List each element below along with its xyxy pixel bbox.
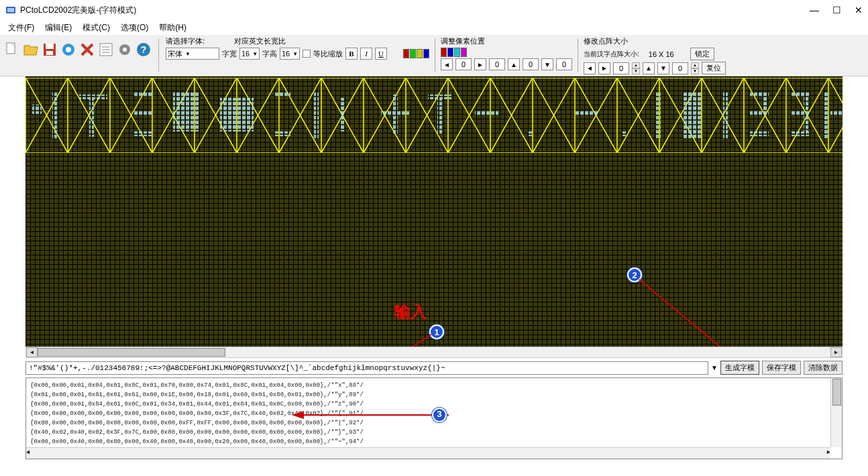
maximize-button[interactable]: ☐ bbox=[832, 5, 841, 15]
scroll-left-button[interactable]: ◄ bbox=[26, 347, 38, 357]
tool4-icon[interactable] bbox=[59, 40, 78, 59]
svg-rect-39 bbox=[437, 95, 442, 135]
arrow-3 bbox=[288, 408, 452, 422]
svg-rect-32 bbox=[274, 91, 290, 96]
dot-n1[interactable]: 0 bbox=[613, 62, 629, 74]
svg-rect-28 bbox=[133, 111, 152, 116]
gear-icon[interactable] bbox=[115, 40, 134, 59]
output-hscroll[interactable]: ◄ ► bbox=[26, 447, 830, 459]
menu-help[interactable]: 帮助(H) bbox=[155, 22, 191, 34]
output-line: {0x00,0x00,0x01,0x84,0x01,0x0C,0x01,0x34… bbox=[30, 400, 838, 409]
text-input[interactable] bbox=[25, 361, 708, 375]
scale-checkbox[interactable] bbox=[303, 50, 311, 58]
output-line: {0x00,0x00,0x40,0x00,0x80,0x00,0x40,0x00… bbox=[30, 437, 838, 447]
svg-rect-54 bbox=[804, 111, 808, 135]
svg-rect-31 bbox=[220, 98, 254, 131]
svg-rect-43 bbox=[622, 131, 627, 136]
svg-rect-24 bbox=[52, 91, 57, 138]
svg-rect-26 bbox=[89, 95, 94, 137]
ratio-label: 对应英文长宽比 bbox=[234, 36, 286, 46]
width-label: 字宽 bbox=[222, 49, 237, 59]
list-icon[interactable] bbox=[97, 40, 115, 59]
delete-icon[interactable] bbox=[78, 40, 97, 59]
svg-rect-34 bbox=[314, 91, 319, 138]
dot-left-button[interactable]: ◄ bbox=[584, 62, 596, 74]
output-vscroll[interactable] bbox=[830, 378, 842, 447]
dot-size-value: 16 X 16 bbox=[649, 50, 674, 58]
svg-rect-44 bbox=[656, 91, 661, 138]
offset-down[interactable]: 0 bbox=[556, 58, 572, 70]
color-green[interactable] bbox=[410, 49, 416, 58]
menu-options[interactable]: 选项(O) bbox=[117, 22, 152, 34]
menu-edit[interactable]: 编辑(E) bbox=[41, 22, 76, 34]
height-label: 字高 bbox=[262, 49, 277, 59]
badge-3: 3 bbox=[432, 408, 447, 422]
svg-rect-48 bbox=[763, 91, 768, 115]
help-icon[interactable]: ? bbox=[134, 40, 153, 59]
font-select-label: 请选择字体: bbox=[166, 36, 205, 46]
scroll-thumb[interactable] bbox=[38, 348, 225, 357]
scale-label: 等比缩放 bbox=[313, 49, 343, 59]
menu-file[interactable]: 文件(F) bbox=[4, 22, 38, 34]
move-left-button[interactable]: ◄ bbox=[441, 58, 453, 70]
titlebar: PCtoLCD2002完美版-(字符模式) — ☐ ✕ bbox=[0, 0, 868, 20]
dot-n1-spinner[interactable]: ▲▼ bbox=[632, 62, 640, 74]
arrow-2 bbox=[636, 276, 747, 358]
toolbar: ? 请选择字体: 对应英文长宽比 宋体▼ 字宽 16▼ 字高 16▼ 等比缩放 … bbox=[0, 35, 868, 76]
dot-down-button[interactable]: ▼ bbox=[657, 62, 669, 74]
italic-button[interactable]: I bbox=[360, 48, 372, 60]
scroll-right-button[interactable]: ► bbox=[830, 347, 842, 357]
svg-rect-30 bbox=[173, 91, 200, 131]
new-icon[interactable] bbox=[3, 40, 21, 59]
move-up-button[interactable]: ▲ bbox=[508, 58, 520, 70]
dot-n2-spinner[interactable]: ▲▼ bbox=[691, 62, 699, 74]
window-title: PCtoLCD2002完美版-(字符模式) bbox=[20, 5, 136, 16]
svg-rect-50 bbox=[750, 131, 769, 136]
pixel-adjust-label: 调整像素位置 bbox=[441, 36, 572, 46]
offset-left[interactable]: 0 bbox=[455, 58, 472, 70]
svg-rect-45 bbox=[683, 91, 702, 138]
generate-button[interactable]: 生成字模 bbox=[720, 361, 759, 375]
svg-rect-33 bbox=[274, 131, 290, 136]
preview-area: 输入 1 2 ◄ ► bbox=[0, 76, 868, 358]
dot-n2[interactable]: 0 bbox=[672, 62, 688, 74]
pixel-color-palette bbox=[441, 48, 467, 57]
svg-rect-27 bbox=[133, 91, 152, 96]
svg-rect-49 bbox=[750, 111, 769, 116]
dot-sub-label: 当前汉字点阵大小: bbox=[584, 50, 639, 59]
lock-button[interactable]: 锁定 bbox=[690, 48, 714, 60]
font-width-select[interactable]: 16▼ bbox=[239, 48, 260, 60]
output-area: {0x00,0x00,0x01,0x04,0x01,0x8C,0x01,0x70… bbox=[25, 377, 843, 459]
bold-button[interactable]: B bbox=[345, 48, 358, 60]
annotation-input-label: 输入 bbox=[394, 301, 427, 322]
offset-up[interactable]: 0 bbox=[523, 58, 539, 70]
svg-rect-52 bbox=[804, 91, 808, 115]
svg-rect-56 bbox=[824, 91, 828, 138]
move-down-button[interactable]: ▼ bbox=[541, 58, 553, 70]
font-select[interactable]: 宋体▼ bbox=[166, 48, 219, 60]
font-height-select[interactable]: 16▼ bbox=[280, 48, 300, 60]
svg-rect-55 bbox=[790, 131, 809, 136]
move-right-button[interactable]: ► bbox=[474, 58, 486, 70]
preview-hscroll[interactable]: ◄ ► bbox=[25, 347, 843, 358]
underline-button[interactable]: U bbox=[375, 48, 387, 60]
svg-rect-37 bbox=[393, 95, 398, 135]
dot-up-button[interactable]: ▲ bbox=[643, 62, 655, 74]
open-icon[interactable] bbox=[21, 40, 40, 59]
save-font-button[interactable]: 保存字模 bbox=[762, 361, 801, 375]
close-button[interactable]: ✕ bbox=[855, 5, 863, 15]
minimize-button[interactable]: — bbox=[810, 5, 819, 15]
color-yellow[interactable] bbox=[417, 49, 423, 58]
offset-right[interactable]: 0 bbox=[489, 58, 505, 70]
color-blue[interactable] bbox=[423, 49, 429, 58]
svg-text:?: ? bbox=[141, 44, 147, 55]
color-red[interactable] bbox=[403, 49, 409, 58]
menu-mode[interactable]: 模式(C) bbox=[78, 22, 114, 34]
dot-right-button[interactable]: ► bbox=[598, 62, 610, 74]
reset-button[interactable]: 复位 bbox=[702, 62, 726, 74]
clear-button[interactable]: 清除数据 bbox=[804, 361, 843, 375]
svg-rect-42 bbox=[576, 111, 599, 116]
svg-rect-35 bbox=[341, 98, 345, 131]
output-line: {0x01,0x00,0x01,0x81,0x01,0x61,0x00,0x1E… bbox=[30, 390, 838, 400]
save-icon[interactable] bbox=[40, 40, 59, 59]
